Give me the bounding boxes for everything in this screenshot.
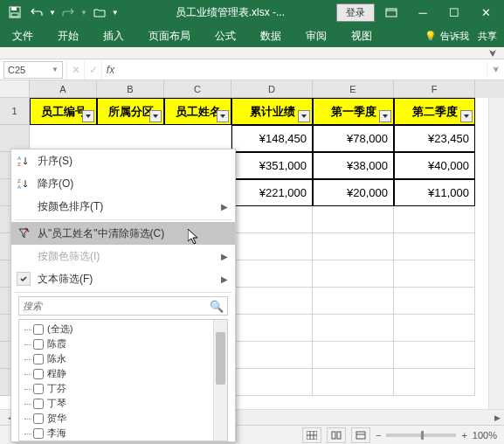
col-header[interactable]: D xyxy=(231,80,313,98)
sort-by-color[interactable]: 按颜色排序(T)▶ xyxy=(11,195,235,218)
select-all-cell[interactable] xyxy=(0,80,30,98)
close-icon[interactable]: ✕ xyxy=(471,1,501,24)
cell[interactable]: ¥38,000 xyxy=(313,152,394,179)
scroll-right-icon[interactable]: ▶ xyxy=(490,413,504,422)
checkmark-icon xyxy=(17,272,31,286)
col-header[interactable]: E xyxy=(313,80,394,98)
login-button[interactable]: 登录 xyxy=(336,3,375,22)
filter-value-list[interactable]: (全选) 陈霞 陈永 程静 丁芬 丁琴 贺华 李海 廖嘉 刘敏 xyxy=(18,319,228,441)
cell[interactable]: ¥78,000 xyxy=(313,125,394,152)
filter-item[interactable]: 丁琴 xyxy=(21,396,225,411)
ribbon-collapse-bar[interactable]: ⮟ xyxy=(0,47,504,59)
tab-insert[interactable]: 插入 xyxy=(98,25,129,47)
filter-dropdown-icon[interactable] xyxy=(460,110,473,122)
ribbon-tabs: 文件 开始 插入 页面布局 公式 数据 审阅 视图 💡告诉我 共享 xyxy=(0,24,504,47)
filter-scrollbar[interactable] xyxy=(213,320,227,441)
cancel-icon[interactable]: ✕ xyxy=(66,61,84,79)
save-icon[interactable] xyxy=(5,3,24,22)
zoom-in-icon[interactable]: + xyxy=(461,430,466,441)
filter-item[interactable]: 陈霞 xyxy=(21,336,225,351)
fx-button[interactable]: fx xyxy=(101,61,119,79)
cell[interactable]: ¥351,000 xyxy=(231,152,313,179)
svg-rect-15 xyxy=(337,432,341,439)
filter-item[interactable]: 贺华 xyxy=(21,411,225,426)
row-header[interactable]: 1 xyxy=(0,98,30,125)
expand-formula-icon[interactable]: ⮟ xyxy=(487,61,504,79)
bulb-icon: 💡 xyxy=(425,31,437,42)
normal-view-icon[interactable] xyxy=(302,427,321,443)
tab-home[interactable]: 开始 xyxy=(52,25,84,47)
col-header[interactable]: B xyxy=(97,80,164,98)
col-header[interactable]: C xyxy=(164,80,231,98)
svg-rect-16 xyxy=(356,432,365,439)
svg-text:A: A xyxy=(17,156,21,161)
svg-rect-1 xyxy=(11,7,17,10)
maximize-icon[interactable]: ☐ xyxy=(439,1,469,24)
cell[interactable]: ¥148,450 xyxy=(231,125,313,152)
filter-dropdown-icon[interactable] xyxy=(149,110,162,122)
svg-text:Z: Z xyxy=(17,162,21,167)
cell[interactable]: ¥40,000 xyxy=(394,152,475,179)
filter-dropdown-icon[interactable] xyxy=(379,110,391,122)
clear-filter[interactable]: 从"员工姓名"中清除筛选(C) xyxy=(11,222,235,245)
col-header[interactable]: A xyxy=(30,80,97,98)
table-header[interactable]: 累计业绩 xyxy=(231,98,313,125)
filter-item[interactable]: 陈永 xyxy=(21,351,225,366)
search-icon: 🔍 xyxy=(210,300,224,313)
table-header[interactable]: 第一季度 xyxy=(313,98,394,125)
filter-item[interactable]: 程静 xyxy=(21,366,225,381)
filter-item[interactable]: (全选) xyxy=(21,322,225,336)
table-header[interactable]: 第二季度 xyxy=(394,98,475,125)
zoom-slider[interactable] xyxy=(386,434,456,437)
svg-text:Z: Z xyxy=(17,178,21,184)
col-header[interactable]: F xyxy=(394,80,475,98)
tab-view[interactable]: 视图 xyxy=(346,25,377,47)
filter-search[interactable]: 🔍 xyxy=(18,296,228,316)
cell[interactable]: ¥23,450 xyxy=(394,125,475,152)
zoom-level[interactable]: 100% xyxy=(473,430,497,441)
titlebar: ▼ ▼ ▼ 员工业绩管理表.xlsx -... 登录 ─ ☐ ✕ xyxy=(0,0,504,24)
cell[interactable]: ¥20,000 xyxy=(313,179,394,206)
clear-filter-icon xyxy=(17,226,31,240)
share-button[interactable]: 共享 xyxy=(478,30,497,43)
tab-file[interactable]: 文件 xyxy=(7,25,38,47)
text-filter[interactable]: 文本筛选(F)▶ xyxy=(11,267,235,290)
ribbon-display-icon[interactable] xyxy=(376,1,406,24)
zoom-out-icon[interactable]: − xyxy=(376,430,381,441)
svg-rect-3 xyxy=(386,9,397,17)
sort-ascending[interactable]: AZ 升序(S) xyxy=(11,149,235,172)
search-input[interactable] xyxy=(23,301,210,311)
redo-icon[interactable] xyxy=(59,3,78,22)
filter-item[interactable]: 丁芬 xyxy=(21,381,225,396)
filter-item[interactable]: 李海 xyxy=(21,426,225,441)
filter-item[interactable]: 廖嘉 xyxy=(21,441,225,441)
filter-dropdown-icon[interactable] xyxy=(298,110,310,122)
filter-dropdown-icon[interactable] xyxy=(217,110,229,122)
page-break-view-icon[interactable] xyxy=(351,427,370,443)
tab-formulas[interactable]: 公式 xyxy=(210,25,241,47)
vertical-scrollbar[interactable] xyxy=(488,98,504,409)
page-layout-view-icon[interactable] xyxy=(327,427,346,443)
sort-asc-icon: AZ xyxy=(17,154,31,168)
undo-icon[interactable] xyxy=(27,3,46,22)
minimize-icon[interactable]: ─ xyxy=(408,1,438,24)
svg-rect-14 xyxy=(332,432,335,439)
table-header[interactable]: 员工姓名 xyxy=(164,98,231,125)
open-icon[interactable] xyxy=(90,3,109,22)
tab-layout[interactable]: 页面布局 xyxy=(143,25,196,47)
sort-desc-icon: ZA xyxy=(17,177,31,191)
table-header[interactable]: 员工编号 xyxy=(30,98,97,125)
filter-context-menu: AZ 升序(S) ZA 降序(O) 按颜色排序(T)▶ 从"员工姓名"中清除筛选… xyxy=(10,149,236,442)
filter-dropdown-icon[interactable] xyxy=(82,110,94,122)
name-box[interactable]: C25▼ xyxy=(3,61,63,79)
sort-descending[interactable]: ZA 降序(O) xyxy=(11,172,235,195)
confirm-icon[interactable]: ✓ xyxy=(84,61,101,79)
filter-by-color: 按颜色筛选(I)▶ xyxy=(11,245,235,267)
tab-review[interactable]: 审阅 xyxy=(300,25,332,47)
svg-text:A: A xyxy=(17,184,21,190)
table-header[interactable]: 所属分区 xyxy=(97,98,164,125)
cell[interactable]: ¥11,000 xyxy=(394,179,475,206)
tell-me[interactable]: 💡告诉我 xyxy=(425,30,469,43)
cell[interactable]: ¥221,000 xyxy=(231,179,313,206)
tab-data[interactable]: 数据 xyxy=(255,25,287,47)
